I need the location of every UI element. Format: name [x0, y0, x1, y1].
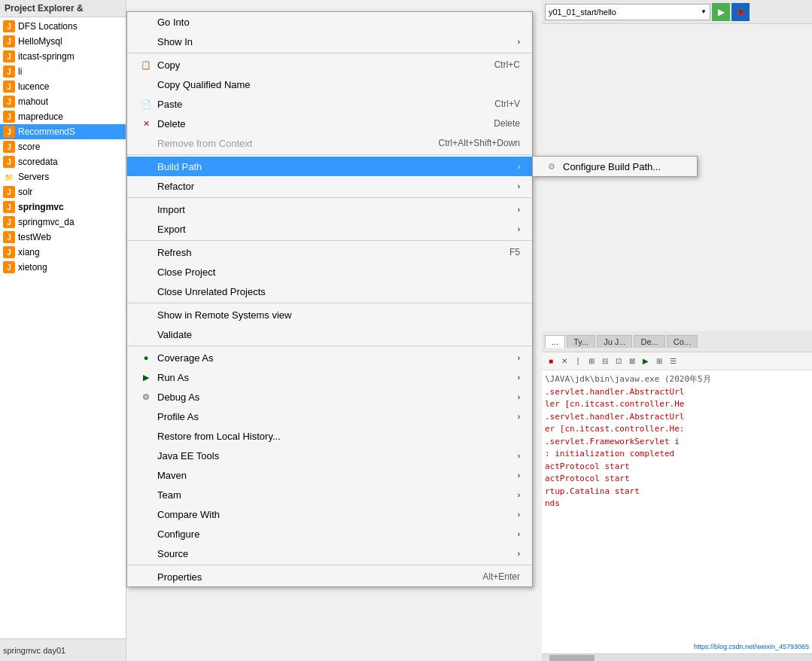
project-name: testWeb: [18, 232, 51, 242]
project-item[interactable]: 📁Servers: [0, 169, 126, 184]
menu-item-maven[interactable]: Maven›: [127, 465, 532, 485]
project-name: mahout: [18, 96, 48, 107]
project-item[interactable]: Jscoredata: [0, 154, 126, 169]
menu-item-java-ee-tools[interactable]: Java EE Tools›: [127, 446, 532, 465]
console-btn-7[interactable]: ⊠: [626, 355, 638, 367]
project-item[interactable]: JHelloMysql: [0, 34, 126, 49]
console-btn-9[interactable]: ⊞: [653, 355, 665, 367]
java-project-icon: J: [3, 20, 15, 32]
project-name: DFS Locations: [18, 21, 78, 32]
menu-item-label: Export: [157, 224, 186, 235]
project-item[interactable]: Jspringmvc: [0, 200, 126, 215]
project-item[interactable]: Jxietong: [0, 260, 126, 275]
menu-item-properties[interactable]: PropertiesAlt+Enter: [127, 567, 532, 586]
console-btn-3[interactable]: |: [572, 355, 584, 367]
java-project-icon: J: [3, 141, 15, 153]
menu-item-go-into[interactable]: Go Into: [127, 12, 532, 32]
project-item[interactable]: Jmahout: [0, 94, 126, 109]
project-item[interactable]: Jitcast-springm: [0, 49, 126, 64]
menu-item-configure[interactable]: Configure›: [127, 524, 532, 544]
menu-item-refactor[interactable]: Refactor›: [127, 176, 532, 196]
project-item[interactable]: Jli: [0, 64, 126, 79]
menu-item-import[interactable]: Import›: [127, 200, 532, 219]
project-item[interactable]: JRecommendS: [0, 124, 126, 139]
console-btn-4[interactable]: ⊞: [585, 355, 598, 367]
project-item[interactable]: Jlucence: [0, 79, 126, 94]
launch-config-text: y01_01_start/hello: [549, 8, 616, 17]
submenu-arrow-icon: ›: [510, 163, 520, 171]
project-name: springmvc: [18, 202, 64, 212]
shortcut-label: Delete: [464, 118, 520, 129]
console-tab[interactable]: Ju J...: [597, 335, 632, 348]
console-tab[interactable]: ...: [545, 335, 565, 348]
project-item[interactable]: Jscore: [0, 139, 126, 154]
menu-item-label: Remove from Context: [157, 138, 252, 149]
debug-button[interactable]: 🐞: [731, 3, 750, 21]
menu-item-delete[interactable]: ✕DeleteDelete: [127, 114, 532, 133]
folder-icon: 📁: [3, 171, 15, 183]
no-icon: [139, 507, 153, 521]
project-item[interactable]: Jsolr: [0, 184, 126, 200]
java-project-icon: J: [3, 96, 15, 108]
menu-item-export[interactable]: Export›: [127, 219, 532, 239]
no-icon: [139, 285, 153, 298]
console-btn-2[interactable]: ✕: [558, 355, 570, 367]
menu-item-close-unrelated-projects[interactable]: Close Unrelated Projects: [127, 282, 532, 301]
no-icon: [139, 203, 153, 216]
menu-item-show-in-remote-systems-view[interactable]: Show in Remote Systems view: [127, 305, 532, 324]
menu-item-copy-qualified-name[interactable]: Copy Qualified Name: [127, 75, 532, 94]
launch-config-dropdown[interactable]: y01_01_start/hello ▼: [545, 4, 710, 20]
console-line: actProtocol start: [545, 473, 809, 486]
console-tab[interactable]: Co...: [667, 335, 698, 348]
stop-button[interactable]: ■: [545, 355, 557, 367]
project-item[interactable]: Jmapreduce: [0, 109, 126, 124]
project-item[interactable]: JtestWeb: [0, 230, 126, 245]
menu-separator: [127, 346, 532, 346]
console-line: actProtocol start: [545, 461, 809, 474]
horizontal-scrollbar[interactable]: [542, 653, 812, 661]
menu-item-restore-from-local-history[interactable]: Restore from Local History...: [127, 426, 532, 446]
console-tab[interactable]: Ty...: [567, 335, 595, 348]
console-line: : initialization completed: [545, 448, 809, 461]
project-item[interactable]: Jxiang: [0, 245, 126, 260]
console-btn-5[interactable]: ⊟: [599, 355, 611, 367]
project-item[interactable]: Jspringmvc_da: [0, 215, 126, 230]
console-tab[interactable]: De...: [634, 335, 665, 348]
console-btn-10[interactable]: ☰: [667, 355, 679, 367]
run-button[interactable]: ▶: [712, 3, 730, 21]
no-icon: [139, 410, 153, 423]
menu-item-compare-with[interactable]: Compare With›: [127, 504, 532, 524]
menu-item-source[interactable]: Source›: [127, 544, 532, 563]
build-path-submenu: ⚙Configure Build Path...: [532, 156, 698, 177]
console-btn-8[interactable]: ▶: [640, 355, 652, 367]
java-project-icon: J: [3, 111, 15, 123]
shortcut-label: Ctrl+C: [464, 59, 520, 70]
menu-item-show-in[interactable]: Show In›: [127, 32, 532, 51]
menu-item-validate[interactable]: Validate: [127, 324, 532, 344]
menu-item-run-as[interactable]: ▶Run As›: [127, 367, 532, 387]
menu-item-profile-as[interactable]: Profile As›: [127, 407, 532, 426]
menu-item-coverage-as[interactable]: ●Coverage As›: [127, 348, 532, 367]
menu-item-label: Go Into: [157, 17, 190, 28]
console-toolbar: ■ ✕ | ⊞ ⊟ ⊡ ⊠ ▶ ⊞ ☰: [542, 352, 812, 370]
menu-item-label: Restore from Local History...: [157, 431, 281, 442]
menu-item-team[interactable]: Team›: [127, 485, 532, 504]
menu-item-debug-as[interactable]: ⚙Debug As›: [127, 387, 532, 407]
menu-item-paste[interactable]: 📄PasteCtrl+V: [127, 94, 532, 114]
menu-item-copy[interactable]: 📋CopyCtrl+C: [127, 55, 532, 75]
no-icon: [139, 570, 153, 583]
menu-item-label: Debug As: [157, 391, 199, 403]
console-btn-6[interactable]: ⊡: [613, 355, 625, 367]
menu-item-refresh[interactable]: RefreshF5: [127, 242, 532, 262]
console-footer-link[interactable]: https://blog.csdn.net/weixin_45793065: [694, 643, 809, 650]
menu-item-build-path[interactable]: Build Path›⚙Configure Build Path...: [127, 157, 532, 176]
project-name: lucence: [18, 81, 49, 92]
console-content: \JAVA\jdk\bin\javaw.exe (2020年5月.servlet…: [542, 370, 812, 513]
submenu-item-configure-build-path[interactable]: ⚙Configure Build Path...: [533, 157, 697, 176]
project-item[interactable]: JDFS Locations: [0, 19, 126, 34]
submenu-arrow-icon: ›: [510, 206, 520, 214]
menu-item-close-project[interactable]: Close Project: [127, 262, 532, 282]
project-name: xietong: [18, 262, 47, 273]
scrollbar-thumb: [549, 655, 595, 661]
console-line: .servlet.FrameworkServlet i: [545, 436, 809, 449]
